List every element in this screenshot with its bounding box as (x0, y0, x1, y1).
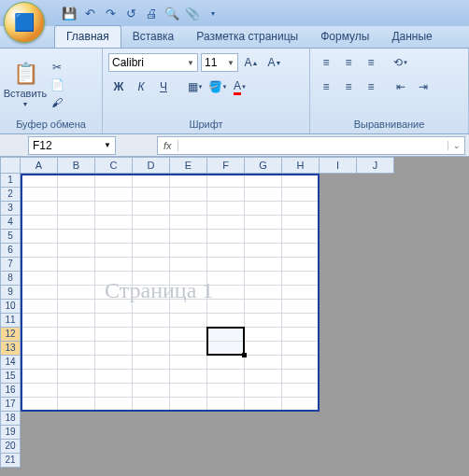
cell[interactable] (133, 314, 170, 328)
cell[interactable] (207, 384, 245, 398)
column-header[interactable]: B (58, 157, 95, 174)
cell[interactable] (58, 258, 95, 272)
cell[interactable] (170, 188, 207, 202)
tab-insert[interactable]: Вставка (121, 26, 186, 48)
grow-font-button[interactable]: A▲ (241, 52, 262, 73)
name-box[interactable]: F12 ▼ (28, 136, 116, 155)
cell[interactable] (133, 384, 170, 398)
cell[interactable] (58, 244, 95, 258)
cell[interactable] (95, 258, 133, 272)
cell[interactable] (21, 412, 58, 426)
cell[interactable] (320, 328, 357, 342)
row-header[interactable]: 15 (0, 370, 21, 384)
cell[interactable] (21, 202, 58, 216)
cell[interactable] (133, 454, 170, 468)
cell[interactable] (170, 258, 207, 272)
cell[interactable] (170, 370, 207, 384)
bold-button[interactable]: Ж (108, 77, 129, 97)
align-center-button[interactable]: ≡ (338, 77, 359, 97)
cell[interactable] (95, 356, 133, 370)
cell[interactable] (245, 356, 282, 370)
row-header[interactable]: 10 (0, 300, 21, 314)
row-header[interactable]: 13 (0, 342, 21, 356)
cell[interactable] (357, 258, 394, 272)
cell[interactable] (320, 300, 357, 314)
cell[interactable] (170, 426, 207, 440)
tab-home[interactable]: Главная (54, 25, 121, 48)
increase-indent-button[interactable]: ⇥ (413, 77, 433, 97)
cell[interactable] (95, 272, 133, 286)
cell[interactable] (21, 454, 58, 468)
qat-more-icon[interactable]: ▾ (206, 6, 220, 21)
cell[interactable] (357, 272, 394, 286)
cell[interactable] (207, 216, 245, 230)
row-header[interactable]: 20 (0, 440, 21, 454)
cell[interactable] (58, 216, 95, 230)
cell[interactable] (245, 314, 282, 328)
cell[interactable] (58, 384, 95, 398)
column-header[interactable]: H (282, 157, 320, 174)
cell[interactable] (207, 454, 245, 468)
cell[interactable] (95, 300, 133, 314)
cell[interactable] (357, 300, 394, 314)
cell[interactable] (170, 314, 207, 328)
cell[interactable] (245, 286, 282, 300)
cell[interactable] (245, 384, 282, 398)
cell[interactable] (357, 188, 394, 202)
cell[interactable] (21, 244, 58, 258)
cell[interactable] (133, 412, 170, 426)
cell[interactable] (133, 244, 170, 258)
row-header[interactable]: 4 (0, 216, 21, 230)
cell[interactable] (357, 230, 394, 244)
cell[interactable] (320, 272, 357, 286)
cell[interactable] (245, 328, 282, 342)
cell[interactable] (245, 258, 282, 272)
cell[interactable] (282, 244, 320, 258)
row-header[interactable]: 3 (0, 202, 21, 216)
cell[interactable] (320, 356, 357, 370)
cell[interactable] (320, 384, 357, 398)
underline-button[interactable]: Ч (153, 77, 174, 97)
cell[interactable] (95, 216, 133, 230)
cell[interactable] (282, 398, 320, 412)
cell[interactable] (170, 454, 207, 468)
align-right-button[interactable]: ≡ (361, 77, 381, 97)
cell[interactable] (320, 174, 357, 188)
cell[interactable] (207, 230, 245, 244)
column-header[interactable]: C (95, 157, 133, 174)
cell[interactable] (170, 174, 207, 188)
cell[interactable] (133, 202, 170, 216)
cell[interactable] (320, 440, 357, 454)
align-left-button[interactable]: ≡ (316, 77, 336, 97)
cell[interactable] (95, 370, 133, 384)
cell[interactable] (170, 440, 207, 454)
cell[interactable] (21, 342, 58, 356)
cell[interactable] (282, 314, 320, 328)
cell[interactable] (133, 426, 170, 440)
cell[interactable] (133, 370, 170, 384)
cell[interactable] (245, 230, 282, 244)
cell[interactable] (207, 356, 245, 370)
cell[interactable] (21, 272, 58, 286)
cell[interactable] (320, 188, 357, 202)
cell[interactable] (245, 174, 282, 188)
cell[interactable] (133, 216, 170, 230)
cell[interactable] (95, 202, 133, 216)
cell[interactable] (170, 300, 207, 314)
row-header[interactable]: 6 (0, 244, 21, 258)
cell[interactable] (58, 188, 95, 202)
orientation-button[interactable]: ⟲▼ (391, 52, 411, 73)
cell[interactable] (95, 398, 133, 412)
row-header[interactable]: 19 (0, 426, 21, 440)
row-header[interactable]: 8 (0, 272, 21, 286)
tab-page-layout[interactable]: Разметка страницы (185, 26, 309, 48)
cell[interactable] (207, 286, 245, 300)
cell[interactable] (282, 426, 320, 440)
fx-icon[interactable]: fx (158, 140, 178, 151)
cell[interactable] (282, 188, 320, 202)
cell[interactable] (58, 454, 95, 468)
cell[interactable] (320, 258, 357, 272)
copy-icon[interactable]: 📄 (49, 77, 65, 92)
cell[interactable] (357, 356, 394, 370)
row-header[interactable]: 18 (0, 412, 21, 426)
